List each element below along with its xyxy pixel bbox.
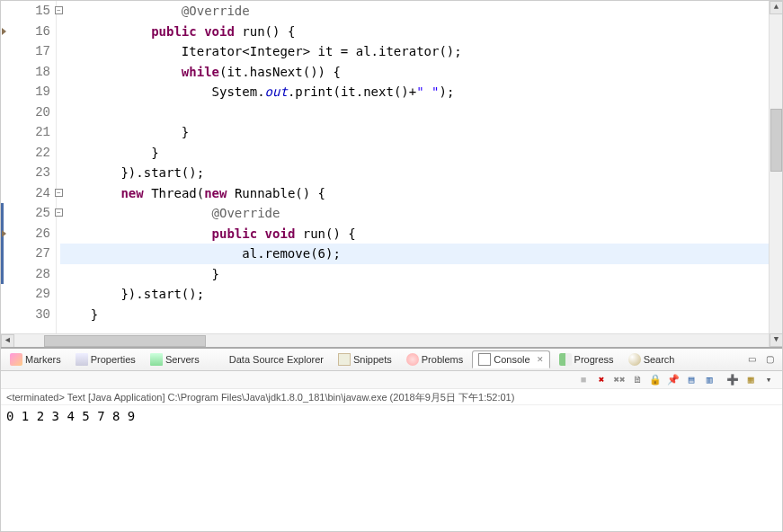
marker-slot[interactable] [1,122,13,143]
code-line[interactable]: } [60,122,782,143]
code-line[interactable]: System.out.print(it.next()+" "); [60,82,782,102]
tab-label: Markers [25,354,61,365]
code-line[interactable]: }).start(); [60,163,782,183]
console-menu-icon[interactable]: ▾ [761,372,777,388]
scroll-lock-icon[interactable]: 🔒 [647,372,663,388]
marker-slot[interactable] [1,41,13,62]
vscroll-thumb[interactable] [770,109,782,172]
clear-console-icon[interactable]: 🗎 [629,372,645,388]
tab-problems[interactable]: Problems [401,351,468,368]
marker-slot[interactable] [1,62,13,83]
line-number[interactable]: 20 [13,102,50,123]
fold-toggle-icon[interactable]: − [55,208,63,217]
tab-progress[interactable]: Progress [554,351,619,368]
open-console-icon[interactable]: ▥ [701,372,717,388]
terminated-label: <terminated> [6,392,65,403]
code-editor[interactable]: 15−161718192021222324−25−2627282930 @Ove… [1,1,782,347]
line-number[interactable]: 30 [13,305,50,325]
tab-console[interactable]: Console✕ [472,350,549,368]
scroll-left-arrow[interactable]: ◄ [1,334,14,347]
console-icon [478,353,491,366]
vertical-scrollbar[interactable]: ▲ ▼ [769,1,782,347]
line-number[interactable]: 19 [13,82,50,102]
line-number[interactable]: 18 [13,62,50,83]
pin-console-icon[interactable]: 📌 [665,372,681,388]
line-number[interactable]: 15− [13,1,50,22]
code-line[interactable] [60,102,782,123]
code-line[interactable]: public void run() { [60,22,782,42]
line-number[interactable]: 28 [13,264,50,285]
fold-toggle-icon[interactable]: − [55,6,63,14]
code-line[interactable]: } [60,264,782,285]
tab-label: Data Source Explorer [229,354,324,365]
scroll-down-arrow[interactable]: ▼ [770,333,782,347]
maximize-view-icon[interactable]: ▢ [762,352,777,367]
marker-slot[interactable] [1,22,13,42]
search-icon [628,353,641,366]
tab-close-icon[interactable]: ✕ [537,355,544,364]
code-line[interactable]: @Override [60,1,782,22]
marker-slot[interactable] [1,183,13,204]
override-marker-icon[interactable] [2,230,6,237]
marker-slot[interactable] [1,244,13,264]
horizontal-scrollbar[interactable]: ◄ ► [1,333,782,347]
remove-all-terminated-icon[interactable]: ✖✖ [611,372,627,388]
marker-slot[interactable] [1,305,13,325]
line-number[interactable]: 21 [13,122,50,143]
marker-slot[interactable] [1,82,13,102]
marker-slot[interactable] [1,143,13,164]
tab-snippets[interactable]: Snippets [333,351,397,368]
tab-servers[interactable]: Servers [145,351,205,368]
code-line[interactable]: @Override [60,203,782,224]
marker-slot[interactable] [1,1,13,22]
hscroll-thumb[interactable] [44,335,206,347]
code-content[interactable]: @Override public void run() { Iterator<I… [57,1,782,333]
line-number[interactable]: 24− [13,183,50,204]
code-line[interactable]: } [60,305,782,325]
tab-label: Console [494,354,529,365]
line-number[interactable]: 27 [13,244,50,264]
scroll-up-arrow[interactable]: ▲ [770,1,782,14]
marker-column [1,1,13,333]
code-line[interactable]: public void run() { [60,224,782,244]
tab-label: Search [644,354,675,365]
line-number[interactable]: 25− [13,203,50,224]
line-number[interactable]: 26 [13,224,50,244]
tab-data-source-explorer[interactable]: Data Source Explorer [209,351,329,368]
change-bar [1,264,4,285]
marker-slot[interactable] [1,203,13,224]
display-selected-console-icon[interactable]: ▤ [683,372,699,388]
code-line[interactable]: new Thread(new Runnable() { [60,183,782,204]
tab-search[interactable]: Search [623,351,681,368]
code-line[interactable]: while(it.hasNext()) { [60,62,782,83]
line-number-gutter[interactable]: 15−161718192021222324−25−2627282930 [13,1,57,333]
marker-slot[interactable] [1,284,13,305]
code-line[interactable]: }).start(); [60,284,782,305]
new-console-view-icon[interactable]: ➕ [725,372,741,388]
tab-label: Servers [165,354,200,365]
remove-launch-icon[interactable]: ✖ [593,372,609,388]
code-line[interactable]: al.remove(6); [60,244,782,264]
line-number[interactable]: 17 [13,41,50,62]
console-output[interactable]: 0 1 2 3 4 5 7 8 9 [1,405,782,531]
override-marker-icon[interactable] [2,28,6,35]
marker-slot[interactable] [1,163,13,183]
tab-label: Progress [574,354,614,365]
line-number[interactable]: 16 [13,22,50,42]
line-number[interactable]: 23 [13,163,50,183]
line-number[interactable]: 29 [13,284,50,305]
tab-markers[interactable]: Markers [4,351,67,368]
marker-slot[interactable] [1,224,13,244]
show-console-icon[interactable]: ▦ [743,372,759,388]
code-line[interactable]: } [60,143,782,164]
code-line[interactable]: Iterator<Integer> it = al.iterator(); [60,41,782,62]
marker-slot[interactable] [1,102,13,123]
fold-toggle-icon[interactable]: − [55,189,63,197]
launch-config-text: Text [Java Application] C:\Program Files… [67,392,515,403]
terminate-icon[interactable]: ■ [575,372,592,388]
minimize-view-icon[interactable]: ▭ [744,352,759,367]
properties-icon [76,353,88,366]
marker-slot[interactable] [1,264,13,285]
line-number[interactable]: 22 [13,143,50,164]
tab-properties[interactable]: Properties [70,351,141,368]
